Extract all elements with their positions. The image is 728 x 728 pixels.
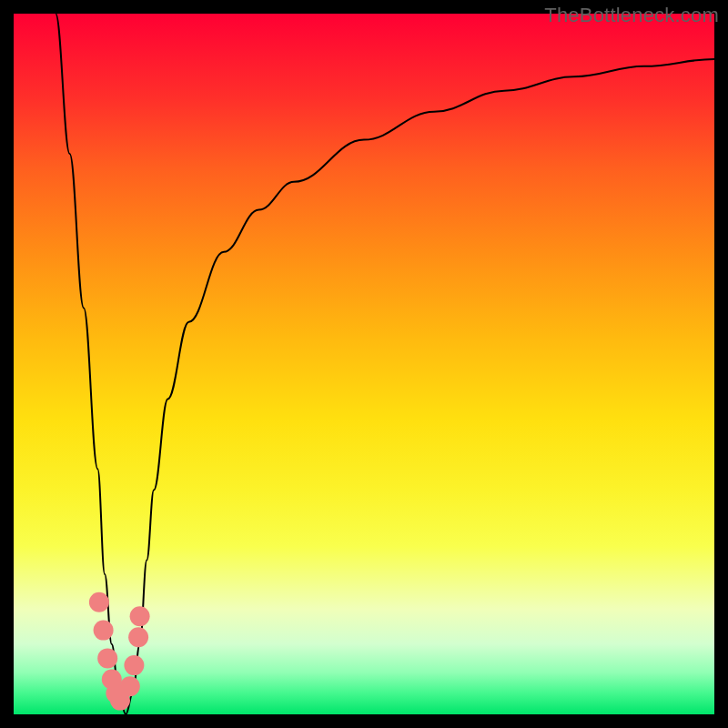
pink-dot bbox=[124, 655, 144, 675]
pink-dot bbox=[130, 606, 150, 626]
pink-dot bbox=[102, 670, 122, 690]
curve-layer bbox=[14, 14, 714, 714]
bottleneck-curve bbox=[56, 14, 714, 714]
pink-dot bbox=[106, 683, 126, 703]
pink-dot-cluster bbox=[89, 592, 150, 711]
pink-dot bbox=[110, 691, 130, 711]
watermark-text: TheBottleneck.com bbox=[544, 4, 719, 27]
pink-dot bbox=[89, 592, 109, 612]
pink-dot bbox=[120, 676, 140, 696]
pink-dot bbox=[128, 627, 148, 647]
plot-area bbox=[14, 14, 714, 714]
curve-path bbox=[56, 14, 714, 714]
pink-dot bbox=[97, 648, 117, 668]
chart-stage: TheBottleneck.com bbox=[0, 0, 728, 728]
pink-dot bbox=[94, 621, 114, 641]
